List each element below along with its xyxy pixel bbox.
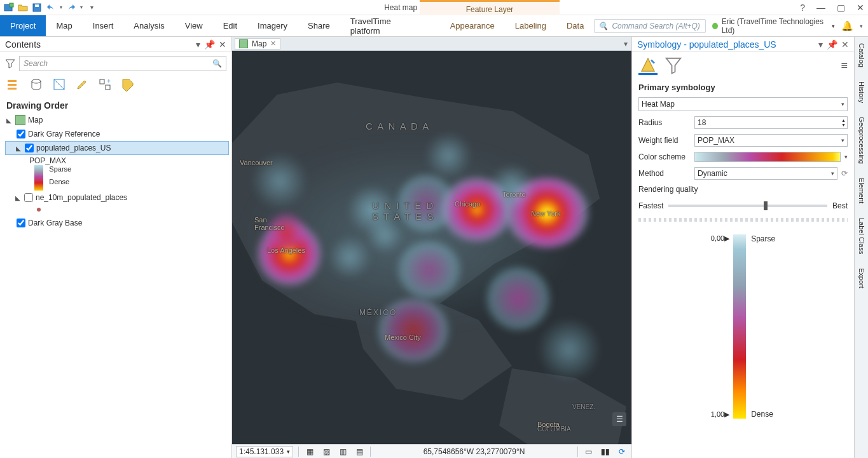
layer-checkbox[interactable] bbox=[24, 193, 33, 202]
notif-dropdown-icon[interactable]: ▾ bbox=[860, 23, 863, 29]
redo-icon[interactable] bbox=[66, 3, 76, 13]
tab-imagery[interactable]: Imagery bbox=[247, 15, 298, 36]
symbology-legend: 0,00▶ 1,00▶ Sparse Dense bbox=[711, 234, 775, 419]
quality-slider[interactable] bbox=[668, 205, 827, 207]
symbology-menu-icon[interactable]: ▾ bbox=[818, 39, 823, 50]
list-labeling-icon[interactable] bbox=[121, 77, 135, 91]
user-dropdown-icon: ▾ bbox=[832, 23, 835, 29]
svg-point-7 bbox=[32, 79, 41, 83]
symbology-close-icon[interactable]: ✕ bbox=[841, 39, 849, 50]
list-snapping-icon[interactable]: + bbox=[98, 77, 112, 91]
command-search-placeholder: Command Search (Alt+Q) bbox=[612, 22, 699, 30]
snap-corr-icon[interactable]: ▥ bbox=[337, 446, 348, 457]
command-search[interactable]: 🔍 Command Search (Alt+Q) bbox=[594, 19, 705, 33]
redo-dropdown-icon[interactable]: ▾ bbox=[80, 4, 83, 10]
user-account[interactable]: Eric (TravelTime Technologies Ltd) ▾ bbox=[712, 17, 835, 35]
contents-menu-icon[interactable]: ▾ bbox=[196, 39, 200, 50]
collapse-icon[interactable]: ◣ bbox=[15, 145, 22, 152]
map-view-tab[interactable]: Map ✕ bbox=[235, 38, 280, 50]
tab-appearance[interactable]: Appearance bbox=[440, 15, 505, 36]
snap-constr-icon[interactable]: ▨ bbox=[320, 446, 332, 457]
snap-inf-icon[interactable]: ▤ bbox=[354, 446, 365, 457]
primary-symbology-heading: Primary symbology bbox=[638, 83, 848, 92]
weight-field-dropdown[interactable]: POP_MAX▾ bbox=[694, 134, 848, 147]
vtab-export[interactable]: Export bbox=[858, 266, 865, 291]
vtab-catalog[interactable]: Catalog bbox=[858, 41, 865, 70]
color-scheme-picker[interactable] bbox=[694, 152, 841, 162]
layer-checkbox[interactable] bbox=[17, 219, 25, 227]
refresh-method-icon[interactable]: ⟳ bbox=[841, 169, 848, 178]
view-menu-icon[interactable]: ▾ bbox=[624, 39, 628, 48]
filter-icon[interactable] bbox=[5, 58, 15, 69]
vtab-geoprocessing[interactable]: Geoprocessing bbox=[858, 114, 865, 166]
layer-populated-places-us[interactable]: ◣ populated_places_US bbox=[5, 141, 229, 155]
save-icon[interactable] bbox=[32, 3, 42, 13]
layer-checkbox[interactable] bbox=[25, 144, 34, 152]
context-tab-group: Feature Layer bbox=[420, 0, 560, 15]
list-drawing-order-icon[interactable] bbox=[6, 77, 20, 91]
quick-access-toolbar: ▾ ▾ ▾ Heat map - Map - ArcGIS Pro Featur… bbox=[0, 0, 868, 15]
layer-checkbox[interactable] bbox=[17, 130, 25, 138]
select-features-icon[interactable]: ▭ bbox=[583, 446, 595, 457]
tab-edit[interactable]: Edit bbox=[213, 15, 247, 36]
undo-dropdown-icon[interactable]: ▾ bbox=[60, 4, 62, 10]
notifications-icon[interactable]: 🔔 bbox=[841, 20, 853, 32]
divider bbox=[638, 218, 848, 222]
refresh-icon[interactable]: ⟳ bbox=[616, 446, 628, 457]
maximize-icon[interactable]: ▢ bbox=[837, 3, 845, 13]
open-project-icon[interactable] bbox=[18, 3, 28, 13]
help-icon[interactable]: ? bbox=[800, 3, 805, 13]
list-editing-icon[interactable] bbox=[75, 77, 89, 91]
close-icon[interactable]: ✕ bbox=[857, 3, 864, 13]
tab-project[interactable]: Project bbox=[0, 15, 46, 36]
snap-grid-icon[interactable]: ▦ bbox=[304, 446, 315, 457]
scale-input[interactable]: 1:45.131.033▾ bbox=[236, 446, 293, 457]
contents-close-icon[interactable]: ✕ bbox=[219, 39, 226, 50]
list-selection-icon[interactable] bbox=[52, 77, 66, 91]
tab-view[interactable]: View bbox=[175, 15, 213, 36]
map-label-bogota: Bogota bbox=[537, 421, 560, 428]
layer-dark-gray-base[interactable]: Dark Gray Base bbox=[5, 216, 229, 230]
collapse-icon[interactable]: ◣ bbox=[14, 194, 22, 201]
pause-drawing-icon[interactable]: ▮▮ bbox=[600, 446, 611, 457]
contents-title: Contents bbox=[5, 39, 41, 50]
radius-input[interactable]: 18▲▼ bbox=[694, 116, 848, 129]
tree-map-root[interactable]: ◣ Map bbox=[5, 113, 229, 127]
map-canvas[interactable]: C A N A D A U N I T E D S T A T E S MÉXI… bbox=[232, 51, 631, 444]
vtab-labelclass[interactable]: Label Class bbox=[858, 215, 865, 257]
method-dropdown[interactable]: Dynamic▾ bbox=[694, 167, 837, 180]
contents-pin-icon[interactable]: 📌 bbox=[204, 39, 215, 50]
collapse-icon[interactable]: ◣ bbox=[5, 117, 13, 124]
undo-icon[interactable] bbox=[46, 3, 56, 13]
vtab-history[interactable]: History bbox=[858, 79, 865, 105]
symbology-type-dropdown[interactable]: Heat Map▾ bbox=[638, 97, 848, 111]
tab-map[interactable]: Map bbox=[46, 15, 82, 36]
layer-ne10m[interactable]: ◣ ne_10m_populated_places bbox=[5, 191, 229, 205]
contents-search-placeholder: Search bbox=[24, 59, 48, 68]
tab-share[interactable]: Share bbox=[298, 15, 340, 36]
minimize-icon[interactable]: — bbox=[816, 3, 825, 13]
legend-color-ramp bbox=[34, 165, 43, 191]
map-label-toronto: Toronto bbox=[502, 191, 526, 198]
drawing-order-title: Drawing Order bbox=[0, 97, 231, 113]
basemap-credits-icon[interactable]: ☰ bbox=[612, 412, 626, 426]
qat-customize-icon[interactable]: ▾ bbox=[86, 4, 93, 11]
vary-symbology-icon[interactable] bbox=[664, 56, 683, 75]
tab-labeling[interactable]: Labeling bbox=[505, 15, 556, 36]
tab-insert[interactable]: Insert bbox=[83, 15, 124, 36]
tab-analysis[interactable]: Analysis bbox=[123, 15, 174, 36]
vtab-element[interactable]: Element bbox=[858, 175, 865, 206]
list-datasource-icon[interactable] bbox=[29, 77, 43, 91]
tab-data[interactable]: Data bbox=[556, 15, 594, 36]
user-name: Eric (TravelTime Technologies Ltd) bbox=[722, 17, 828, 35]
weight-label: Weight field bbox=[638, 136, 691, 145]
color-scheme-dropdown-icon[interactable]: ▾ bbox=[844, 154, 848, 160]
contents-search[interactable]: Search 🔍 bbox=[19, 56, 226, 71]
layer-dark-gray-reference[interactable]: Dark Gray Reference bbox=[5, 127, 229, 141]
symbology-pin-icon[interactable]: 📌 bbox=[827, 39, 837, 50]
symbology-options-icon[interactable]: ≡ bbox=[841, 59, 848, 72]
tab-traveltime[interactable]: TravelTime platform bbox=[340, 15, 428, 36]
primary-symbology-icon[interactable] bbox=[638, 56, 658, 75]
new-project-icon[interactable] bbox=[4, 3, 14, 13]
close-tab-icon[interactable]: ✕ bbox=[270, 39, 276, 48]
